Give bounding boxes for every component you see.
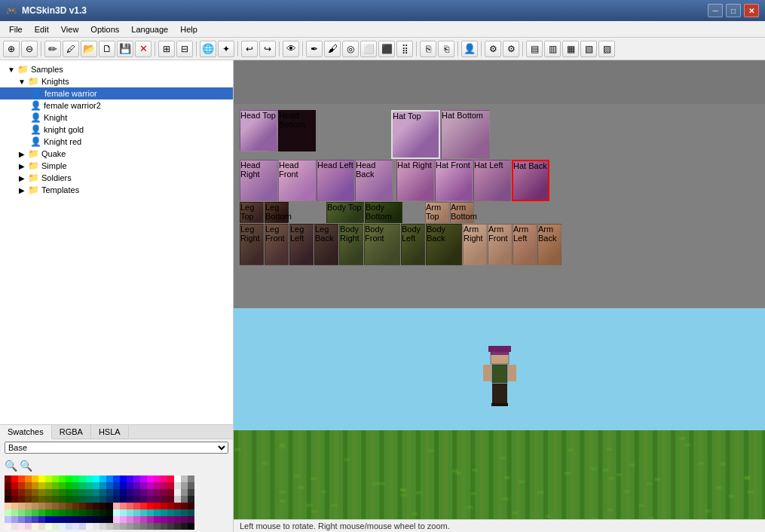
color-swatch[interactable] xyxy=(106,489,113,496)
part-hat-left[interactable]: Hat Left xyxy=(473,160,511,201)
color-swatch[interactable] xyxy=(72,496,79,503)
color-swatch[interactable] xyxy=(99,503,106,509)
maximize-button[interactable]: □ xyxy=(726,4,741,17)
color-swatch[interactable] xyxy=(79,509,86,516)
color-swatch[interactable] xyxy=(93,503,99,509)
color-swatch[interactable] xyxy=(133,523,140,530)
color-swatch[interactable] xyxy=(86,475,93,482)
color-swatch[interactable] xyxy=(120,503,127,509)
tab-swatches[interactable]: Swatches xyxy=(0,425,52,439)
part-leg-front[interactable]: Leg Front xyxy=(265,224,289,265)
color-swatch[interactable] xyxy=(167,516,174,523)
color-swatch[interactable] xyxy=(167,496,174,503)
menu-options[interactable]: Options xyxy=(84,23,125,35)
color-swatch[interactable] xyxy=(181,523,188,530)
color-swatch[interactable] xyxy=(86,516,93,523)
color-swatch[interactable] xyxy=(86,489,93,496)
globe-button[interactable]: 🌐 xyxy=(200,41,216,57)
color-swatch[interactable] xyxy=(174,489,181,496)
grid-small-button[interactable]: ⊞ xyxy=(158,41,175,57)
color-swatch[interactable] xyxy=(18,509,25,516)
color-swatch[interactable] xyxy=(66,523,72,530)
color-swatch[interactable] xyxy=(52,516,59,523)
color-swatch[interactable] xyxy=(113,475,120,482)
color-swatch[interactable] xyxy=(25,509,32,516)
part-head-top[interactable]: Head Top xyxy=(240,110,277,151)
color-swatch[interactable] xyxy=(140,475,147,482)
color-swatch[interactable] xyxy=(133,475,140,482)
delete-button[interactable]: ✕ xyxy=(135,41,151,57)
part-hat-top[interactable]: Hat Top xyxy=(391,110,440,159)
color-swatch[interactable] xyxy=(154,496,161,503)
color-swatch[interactable] xyxy=(5,509,11,516)
tool-pencil[interactable]: ✏ xyxy=(44,41,61,57)
color-swatch[interactable] xyxy=(181,496,188,503)
color-swatch[interactable] xyxy=(140,482,147,489)
color-swatch[interactable] xyxy=(106,523,113,530)
color-swatch[interactable] xyxy=(52,509,59,516)
part-head-right[interactable]: Head Right xyxy=(240,160,277,201)
copy-left-button[interactable]: ⎗ xyxy=(438,41,454,57)
color-swatch[interactable] xyxy=(38,496,45,503)
color-swatch[interactable] xyxy=(45,503,52,509)
color-swatch[interactable] xyxy=(174,503,181,509)
color-swatch[interactable] xyxy=(32,496,38,503)
color-swatch[interactable] xyxy=(93,516,99,523)
color-swatch[interactable] xyxy=(147,489,154,496)
grid-large-button[interactable]: ⊟ xyxy=(176,41,193,57)
color-swatch[interactable] xyxy=(120,496,127,503)
color-swatch[interactable] xyxy=(113,503,120,509)
tree-toggle-soldiers[interactable]: ▶ xyxy=(17,173,27,183)
color-swatch[interactable] xyxy=(38,482,45,489)
color-swatch[interactable] xyxy=(66,496,72,503)
color-swatch[interactable] xyxy=(45,516,52,523)
color-swatch[interactable] xyxy=(18,503,25,509)
color-swatch[interactable] xyxy=(106,503,113,509)
color-swatch[interactable] xyxy=(127,489,133,496)
color-swatch[interactable] xyxy=(32,523,38,530)
color-swatch[interactable] xyxy=(86,482,93,489)
fill-button[interactable]: ⬛ xyxy=(378,41,395,57)
color-swatch[interactable] xyxy=(59,503,66,509)
color-swatch[interactable] xyxy=(93,523,99,530)
color-swatch[interactable] xyxy=(154,523,161,530)
color-swatch[interactable] xyxy=(174,523,181,530)
menu-edit[interactable]: Edit xyxy=(29,23,55,35)
bars3-button[interactable]: ▦ xyxy=(562,41,579,57)
pen-button[interactable]: ✒ xyxy=(306,41,323,57)
redo-button[interactable]: ↪ xyxy=(259,41,276,57)
color-swatch[interactable] xyxy=(127,509,133,516)
color-swatch[interactable] xyxy=(99,509,106,516)
color-swatch[interactable] xyxy=(11,482,18,489)
color-swatch[interactable] xyxy=(161,516,167,523)
color-swatch[interactable] xyxy=(86,496,93,503)
color-swatch[interactable] xyxy=(72,475,79,482)
color-swatch[interactable] xyxy=(5,482,11,489)
tree-toggle-knights[interactable]: ▼ xyxy=(17,76,27,87)
color-swatch[interactable] xyxy=(120,489,127,496)
color-swatch[interactable] xyxy=(86,503,93,509)
color-swatch[interactable] xyxy=(79,489,86,496)
color-swatch[interactable] xyxy=(86,523,93,530)
color-swatch[interactable] xyxy=(5,496,11,503)
part-body-top[interactable]: Body Top xyxy=(326,202,364,223)
part-leg-right[interactable]: Leg Right xyxy=(240,224,264,265)
color-swatch[interactable] xyxy=(154,516,161,523)
color-swatch[interactable] xyxy=(11,509,18,516)
color-swatch[interactable] xyxy=(18,475,25,482)
color-swatch[interactable] xyxy=(188,509,194,516)
color-swatch[interactable] xyxy=(18,516,25,523)
color-swatch[interactable] xyxy=(174,496,181,503)
part-arm-back[interactable]: Arm Back xyxy=(537,224,562,265)
color-swatch[interactable] xyxy=(106,475,113,482)
part-body-left[interactable]: Body Left xyxy=(401,224,425,265)
color-swatch[interactable] xyxy=(11,496,18,503)
color-swatch[interactable] xyxy=(127,523,133,530)
tree-item-templates[interactable]: ▶ 📁 Templates xyxy=(0,184,233,196)
bars4-button[interactable]: ▧ xyxy=(580,41,597,57)
tree-item-female-warrior[interactable]: 👤 female warrior xyxy=(0,87,233,99)
color-swatch[interactable] xyxy=(93,496,99,503)
part-body-bottom[interactable]: Body Bottom xyxy=(365,202,402,223)
color-swatch[interactable] xyxy=(181,489,188,496)
color-swatch[interactable] xyxy=(45,489,52,496)
